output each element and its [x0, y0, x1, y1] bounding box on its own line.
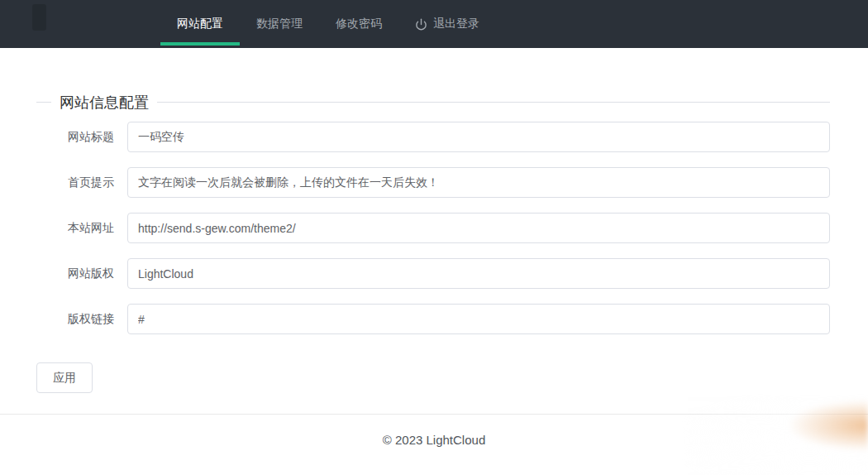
form-row-home-tip: 首页提示 — [36, 167, 830, 198]
tab-logout-label: 退出登录 — [433, 17, 479, 31]
copyright-link-input[interactable] — [127, 304, 830, 334]
top-navbar: 网站配置 数据管理 修改密码 退出登录 — [0, 0, 868, 48]
section-title: 网站信息配置 — [51, 93, 157, 113]
site-url-label: 本站网址 — [36, 213, 114, 243]
page-footer: © 2023 LightCloud — [0, 415, 868, 447]
site-title-label: 网站标题 — [36, 122, 114, 152]
tab-data-management[interactable]: 数据管理 — [240, 0, 319, 48]
form-row-copyright-link: 版权链接 — [36, 304, 830, 334]
form-row-copyright: 网站版权 — [36, 258, 830, 289]
tab-change-password-label: 修改密码 — [336, 17, 382, 31]
main-content: 网站信息配置 网站标题 首页提示 本站网址 网站版权 版权链接 — [0, 102, 868, 393]
power-icon — [415, 18, 427, 31]
section-divider: 网站信息配置 — [36, 102, 830, 103]
home-tip-input[interactable] — [127, 167, 830, 198]
form-row-site-url: 本站网址 — [36, 213, 830, 243]
tab-logout[interactable]: 退出登录 — [398, 0, 496, 48]
copyright-input[interactable] — [127, 258, 830, 289]
tab-data-management-label: 数据管理 — [256, 17, 303, 31]
site-title-input[interactable] — [127, 122, 830, 152]
copyright-label: 网站版权 — [36, 258, 114, 289]
site-url-input[interactable] — [127, 213, 830, 243]
copyright-link-label: 版权链接 — [36, 304, 114, 334]
main-nav: 网站配置 数据管理 修改密码 退出登录 — [160, 0, 496, 48]
site-config-form: 网站标题 首页提示 本站网址 网站版权 版权链接 应用 — [36, 122, 830, 393]
tab-change-password[interactable]: 修改密码 — [319, 0, 398, 48]
form-row-site-title: 网站标题 — [36, 122, 830, 152]
footer-copyright: © 2023 LightCloud — [383, 433, 485, 447]
tab-site-config-label: 网站配置 — [177, 17, 223, 31]
home-tip-label: 首页提示 — [36, 167, 114, 198]
admin-page: 网站配置 数据管理 修改密码 退出登录 网站信息配置 — [0, 0, 868, 475]
apply-button[interactable]: 应用 — [36, 362, 93, 393]
tab-site-config[interactable]: 网站配置 — [160, 0, 240, 48]
logo-mark — [32, 4, 46, 31]
